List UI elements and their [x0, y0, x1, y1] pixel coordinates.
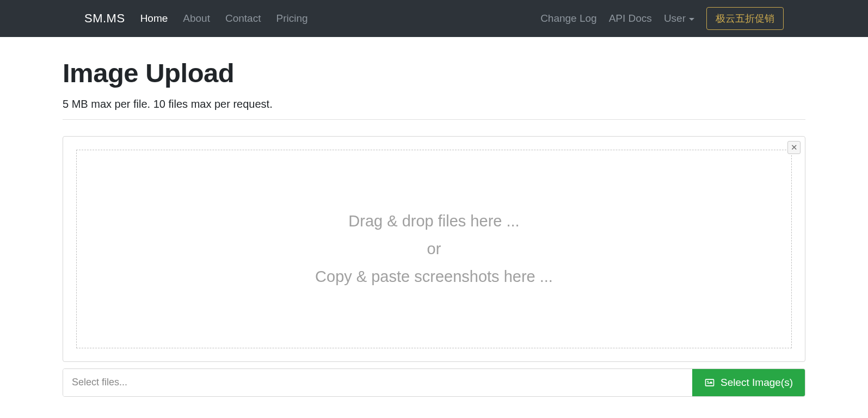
nav-user-dropdown[interactable]: User: [664, 13, 694, 24]
promo-button[interactable]: 极云五折促销: [706, 7, 784, 30]
page-subtitle: 5 MB max per file. 10 files max per requ…: [63, 98, 805, 120]
nav-change-log[interactable]: Change Log: [540, 13, 597, 24]
nav-user-label: User: [664, 13, 686, 24]
close-icon: ✕: [791, 143, 798, 152]
nav-pricing[interactable]: Pricing: [276, 13, 307, 24]
file-input[interactable]: Select files...: [63, 369, 692, 396]
brand-logo[interactable]: SM.MS: [84, 11, 125, 26]
file-select-row: Select files... Select Image(s): [63, 368, 805, 397]
nav-about[interactable]: About: [183, 13, 210, 24]
select-images-button[interactable]: Select Image(s): [692, 369, 805, 396]
select-images-label: Select Image(s): [721, 377, 793, 389]
nav-home[interactable]: Home: [140, 13, 168, 24]
navbar: SM.MS Home About Contact Pricing Change …: [0, 0, 868, 37]
navbar-nav-main: Home About Contact Pricing: [140, 13, 308, 24]
main-container: Image Upload 5 MB max per file. 10 files…: [63, 58, 805, 397]
dropzone-text-drag: Drag & drop files here ...: [348, 212, 519, 230]
dropzone-text-or: or: [427, 240, 441, 258]
chevron-down-icon: [689, 18, 694, 21]
close-button[interactable]: ✕: [787, 141, 801, 154]
nav-api-docs[interactable]: API Docs: [609, 13, 652, 24]
navbar-left: SM.MS Home About Contact Pricing: [84, 11, 308, 26]
page-title: Image Upload: [63, 58, 805, 88]
dropzone[interactable]: Drag & drop files here ... or Copy & pas…: [76, 150, 792, 348]
nav-contact[interactable]: Contact: [225, 13, 261, 24]
dropzone-text-paste: Copy & paste screenshots here ...: [315, 268, 553, 286]
navbar-right: Change Log API Docs User 极云五折促销: [540, 7, 784, 30]
image-icon: [704, 378, 715, 388]
upload-card: ✕ Drag & drop files here ... or Copy & p…: [63, 136, 805, 362]
